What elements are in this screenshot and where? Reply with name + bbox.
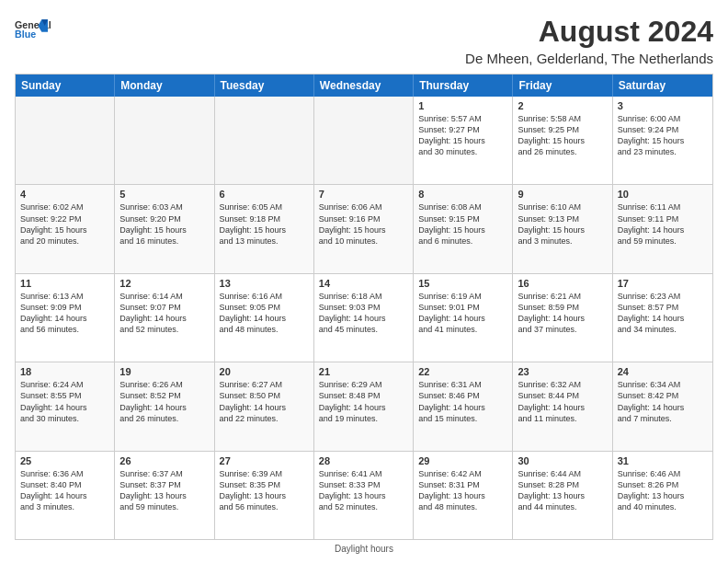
day-cell-10: 10Sunrise: 6:11 AM Sunset: 9:11 PM Dayli… xyxy=(613,185,712,272)
logo: General Blue xyxy=(15,15,51,48)
day-number: 28 xyxy=(319,455,408,466)
day-cell-21: 21Sunrise: 6:29 AM Sunset: 8:48 PM Dayli… xyxy=(314,362,414,450)
header: General Blue August 2024 De Mheen, Gelde… xyxy=(15,15,713,66)
day-cell-7: 7Sunrise: 6:06 AM Sunset: 9:16 PM Daylig… xyxy=(314,185,414,272)
header-day-friday: Friday xyxy=(513,75,612,97)
month-year: August 2024 xyxy=(465,15,713,49)
week-row-1: 1Sunrise: 5:57 AM Sunset: 9:27 PM Daylig… xyxy=(16,97,712,184)
day-number: 2 xyxy=(518,100,607,111)
day-number: 3 xyxy=(618,100,708,111)
cell-info: Sunrise: 6:00 AM Sunset: 9:24 PM Dayligh… xyxy=(618,113,708,158)
cell-info: Sunrise: 6:13 AM Sunset: 9:09 PM Dayligh… xyxy=(20,291,109,336)
cell-info: Sunrise: 6:42 AM Sunset: 8:31 PM Dayligh… xyxy=(418,468,507,513)
day-number: 1 xyxy=(418,100,507,111)
day-number: 18 xyxy=(20,366,109,377)
day-cell-2: 2Sunrise: 5:58 AM Sunset: 9:25 PM Daylig… xyxy=(513,97,612,184)
day-number: 10 xyxy=(618,189,708,200)
day-cell-16: 16Sunrise: 6:21 AM Sunset: 8:59 PM Dayli… xyxy=(513,274,612,362)
day-cell-29: 29Sunrise: 6:42 AM Sunset: 8:31 PM Dayli… xyxy=(414,452,513,539)
calendar-body: 1Sunrise: 5:57 AM Sunset: 9:27 PM Daylig… xyxy=(16,97,712,539)
day-cell-3: 3Sunrise: 6:00 AM Sunset: 9:24 PM Daylig… xyxy=(613,97,712,184)
day-cell-20: 20Sunrise: 6:27 AM Sunset: 8:50 PM Dayli… xyxy=(215,362,314,450)
cell-info: Sunrise: 6:06 AM Sunset: 9:16 PM Dayligh… xyxy=(319,201,408,247)
cell-info: Sunrise: 6:08 AM Sunset: 9:15 PM Dayligh… xyxy=(418,201,507,247)
empty-cell xyxy=(115,97,214,184)
calendar-header: SundayMondayTuesdayWednesdayThursdayFrid… xyxy=(16,75,712,97)
cell-info: Sunrise: 6:21 AM Sunset: 8:59 PM Dayligh… xyxy=(518,291,607,336)
day-number: 14 xyxy=(319,278,408,289)
cell-info: Sunrise: 6:44 AM Sunset: 8:28 PM Dayligh… xyxy=(518,468,607,513)
day-cell-6: 6Sunrise: 6:05 AM Sunset: 9:18 PM Daylig… xyxy=(215,185,314,272)
day-cell-9: 9Sunrise: 6:10 AM Sunset: 9:13 PM Daylig… xyxy=(513,185,612,272)
day-cell-26: 26Sunrise: 6:37 AM Sunset: 8:37 PM Dayli… xyxy=(115,452,214,539)
day-cell-1: 1Sunrise: 5:57 AM Sunset: 9:27 PM Daylig… xyxy=(414,97,513,184)
day-number: 7 xyxy=(319,189,408,200)
day-number: 12 xyxy=(119,278,209,289)
day-number: 21 xyxy=(319,366,408,377)
cell-info: Sunrise: 6:31 AM Sunset: 8:46 PM Dayligh… xyxy=(418,379,507,424)
header-day-sunday: Sunday xyxy=(16,75,115,97)
day-cell-27: 27Sunrise: 6:39 AM Sunset: 8:35 PM Dayli… xyxy=(215,452,314,539)
day-number: 5 xyxy=(119,189,209,200)
week-row-2: 4Sunrise: 6:02 AM Sunset: 9:22 PM Daylig… xyxy=(16,184,712,272)
day-number: 4 xyxy=(20,189,109,200)
day-cell-5: 5Sunrise: 6:03 AM Sunset: 9:20 PM Daylig… xyxy=(115,185,214,272)
day-number: 22 xyxy=(418,366,507,377)
cell-info: Sunrise: 6:02 AM Sunset: 9:22 PM Dayligh… xyxy=(20,201,109,247)
day-number: 17 xyxy=(618,278,708,289)
day-number: 9 xyxy=(518,189,607,200)
header-day-saturday: Saturday xyxy=(613,75,712,97)
day-cell-12: 12Sunrise: 6:14 AM Sunset: 9:07 PM Dayli… xyxy=(115,274,214,362)
cell-info: Sunrise: 6:10 AM Sunset: 9:13 PM Dayligh… xyxy=(518,201,607,247)
day-number: 29 xyxy=(418,455,507,466)
day-number: 27 xyxy=(220,455,309,466)
day-number: 26 xyxy=(119,455,209,466)
location: De Mheen, Gelderland, The Netherlands xyxy=(465,51,713,66)
cell-info: Sunrise: 5:57 AM Sunset: 9:27 PM Dayligh… xyxy=(418,113,507,158)
day-cell-13: 13Sunrise: 6:16 AM Sunset: 9:05 PM Dayli… xyxy=(215,274,314,362)
cell-info: Sunrise: 5:58 AM Sunset: 9:25 PM Dayligh… xyxy=(518,113,607,158)
day-cell-25: 25Sunrise: 6:36 AM Sunset: 8:40 PM Dayli… xyxy=(16,452,115,539)
day-number: 30 xyxy=(518,455,607,466)
empty-cell xyxy=(215,97,314,184)
day-number: 13 xyxy=(220,278,309,289)
svg-text:Blue: Blue xyxy=(15,29,36,40)
day-cell-23: 23Sunrise: 6:32 AM Sunset: 8:44 PM Dayli… xyxy=(513,362,612,450)
day-cell-17: 17Sunrise: 6:23 AM Sunset: 8:57 PM Dayli… xyxy=(613,274,712,362)
cell-info: Sunrise: 6:32 AM Sunset: 8:44 PM Dayligh… xyxy=(518,379,607,424)
week-row-5: 25Sunrise: 6:36 AM Sunset: 8:40 PM Dayli… xyxy=(16,451,712,539)
cell-info: Sunrise: 6:39 AM Sunset: 8:35 PM Dayligh… xyxy=(220,468,309,513)
day-cell-14: 14Sunrise: 6:18 AM Sunset: 9:03 PM Dayli… xyxy=(314,274,414,362)
day-number: 16 xyxy=(518,278,607,289)
day-cell-30: 30Sunrise: 6:44 AM Sunset: 8:28 PM Dayli… xyxy=(513,452,612,539)
cell-info: Sunrise: 6:37 AM Sunset: 8:37 PM Dayligh… xyxy=(119,468,209,513)
cell-info: Sunrise: 6:41 AM Sunset: 8:33 PM Dayligh… xyxy=(319,468,408,513)
page: General Blue August 2024 De Mheen, Gelde… xyxy=(0,0,728,563)
day-number: 11 xyxy=(20,278,109,289)
cell-info: Sunrise: 6:26 AM Sunset: 8:52 PM Dayligh… xyxy=(119,379,209,424)
cell-info: Sunrise: 6:46 AM Sunset: 8:26 PM Dayligh… xyxy=(618,468,708,513)
header-day-tuesday: Tuesday xyxy=(215,75,314,97)
day-cell-4: 4Sunrise: 6:02 AM Sunset: 9:22 PM Daylig… xyxy=(16,185,115,272)
day-number: 24 xyxy=(618,366,708,377)
empty-cell xyxy=(16,97,115,184)
day-number: 31 xyxy=(618,455,708,466)
day-number: 15 xyxy=(418,278,507,289)
header-day-monday: Monday xyxy=(115,75,214,97)
footer-note: Daylight hours xyxy=(15,544,713,554)
title-block: August 2024 De Mheen, Gelderland, The Ne… xyxy=(465,15,713,66)
cell-info: Sunrise: 6:16 AM Sunset: 9:05 PM Dayligh… xyxy=(220,291,309,336)
cell-info: Sunrise: 6:11 AM Sunset: 9:11 PM Dayligh… xyxy=(618,201,708,247)
cell-info: Sunrise: 6:14 AM Sunset: 9:07 PM Dayligh… xyxy=(119,291,209,336)
cell-info: Sunrise: 6:34 AM Sunset: 8:42 PM Dayligh… xyxy=(618,379,708,424)
day-cell-18: 18Sunrise: 6:24 AM Sunset: 8:55 PM Dayli… xyxy=(16,362,115,450)
day-number: 8 xyxy=(418,189,507,200)
header-day-thursday: Thursday xyxy=(414,75,513,97)
week-row-4: 18Sunrise: 6:24 AM Sunset: 8:55 PM Dayli… xyxy=(16,362,712,450)
week-row-3: 11Sunrise: 6:13 AM Sunset: 9:09 PM Dayli… xyxy=(16,273,712,362)
cell-info: Sunrise: 6:03 AM Sunset: 9:20 PM Dayligh… xyxy=(119,201,209,247)
day-cell-8: 8Sunrise: 6:08 AM Sunset: 9:15 PM Daylig… xyxy=(414,185,513,272)
header-day-wednesday: Wednesday xyxy=(314,75,414,97)
day-cell-24: 24Sunrise: 6:34 AM Sunset: 8:42 PM Dayli… xyxy=(613,362,712,450)
cell-info: Sunrise: 6:36 AM Sunset: 8:40 PM Dayligh… xyxy=(20,468,109,513)
